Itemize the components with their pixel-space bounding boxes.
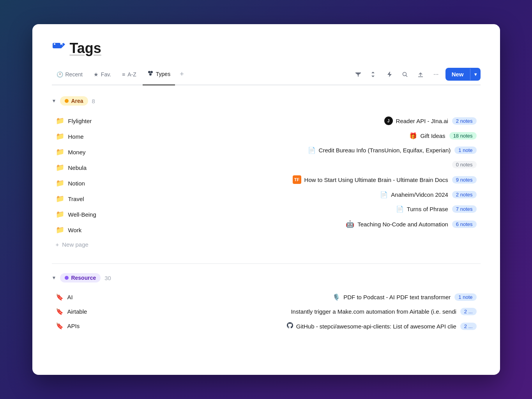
note-count-badge: 2 notes [452, 117, 477, 125]
new-page-button[interactable]: + New page [52, 238, 161, 251]
list-item[interactable]: 📁 Travel [52, 191, 161, 206]
note-count-badge: 2 notes [452, 191, 477, 198]
list-icon: ≡ [122, 71, 125, 78]
resource-right-col: 🎙️ PDF to Podcast - AI PDF text transfor… [161, 290, 481, 333]
resource-content-grid: 🔖 AI 🔖 Airtable 🔖 APIs 🎙️ PDF to [52, 290, 481, 333]
note-count-badge: 2 ... [460, 323, 477, 330]
right-list-item[interactable]: 🎁 Gift Ideas 18 notes [161, 129, 481, 143]
area-badge: Area [60, 96, 88, 106]
area-collapse-chevron[interactable]: ▼ [52, 98, 57, 104]
svg-point-1 [54, 43, 55, 45]
clock-icon: 🕐 [57, 71, 63, 78]
spacer [161, 232, 481, 248]
note-count-badge: 1 note [454, 147, 476, 154]
right-list-item[interactable]: GitHub - stepci/awesome-api-clients: Lis… [161, 319, 481, 333]
toolbar-actions: ··· New ▾ [352, 68, 481, 81]
area-content-grid: 📁 Flylighter 📁 Home 📁 Money 📁 Nebula 📁 [52, 113, 481, 251]
github-icon [287, 322, 293, 330]
list-item-work[interactable]: ⠿ 📁 Work [52, 222, 161, 237]
right-list-item[interactable]: 🤖 Teaching No-Code and Automation 6 note… [161, 217, 481, 231]
plus-icon: + [56, 241, 59, 248]
right-list-item[interactable]: 0 notes [161, 158, 481, 171]
note-count-badge: 2 ... [460, 308, 477, 315]
note-count-badge: 18 notes [449, 132, 477, 139]
svg-line-7 [406, 75, 407, 77]
list-item[interactable]: 📁 Flylighter [52, 113, 161, 128]
add-tab-button[interactable]: + [177, 69, 187, 80]
note-count-badge: 6 notes [452, 221, 477, 228]
list-item[interactable]: 🔖 Airtable [52, 305, 161, 318]
tf-icon: TF [293, 175, 301, 184]
document-icon: 📄 [308, 147, 316, 154]
section-divider [52, 263, 481, 264]
right-list-item[interactable]: Instantly trigger a Make.com automation … [161, 305, 481, 318]
right-list-item[interactable]: 📄 Credit Bureau Info (TransUnion, Equifa… [161, 143, 481, 157]
star-icon: ★ [94, 71, 99, 78]
list-item[interactable]: 🔖 APIs [52, 319, 161, 333]
folder-icon: 📁 [56, 194, 64, 203]
sort-button[interactable] [368, 68, 380, 81]
right-list-item[interactable]: TF How to Start Using Ultimate Brain - U… [161, 172, 481, 187]
area-dot [65, 99, 69, 103]
resource-collapse-chevron[interactable]: ▼ [52, 275, 57, 281]
search-button[interactable] [399, 68, 411, 81]
note-count-badge: 7 notes [452, 205, 477, 213]
share-button[interactable] [414, 68, 427, 81]
list-item[interactable]: 📁 Well-Being [52, 207, 161, 222]
svg-rect-0 [53, 43, 60, 48]
list-item[interactable]: 📁 Notion [52, 176, 161, 191]
folder-icon: 📁 [56, 163, 64, 172]
filter-button[interactable] [352, 68, 364, 81]
section-resource-header: ▼ Resource 30 [52, 272, 481, 284]
svg-point-6 [403, 72, 406, 76]
jina-icon: J [384, 117, 393, 125]
right-list-item[interactable]: 📄 Turns of Phrase 7 notes [161, 202, 481, 216]
robot-icon: 🤖 [346, 220, 354, 228]
main-window: Tags 🕐 Recent ★ Fav. ≡ A-Z Types + [32, 24, 500, 375]
right-list-item[interactable]: J Reader API - JIna.ai 2 notes [161, 113, 481, 128]
flash-button[interactable] [383, 68, 396, 81]
section-area: ▼ Area 8 📁 Flylighter 📁 Home 📁 Money [52, 95, 481, 251]
new-button[interactable]: New ▾ [445, 68, 481, 81]
document-icon: 📄 [380, 191, 388, 198]
area-right-col: J Reader API - JIna.ai 2 notes 🎁 Gift Id… [161, 113, 481, 251]
bookmark-icon: 🔖 [56, 293, 64, 301]
tab-types[interactable]: Types [143, 68, 175, 85]
page-title: Tags [70, 40, 101, 56]
podcast-icon: 🎙️ [332, 293, 340, 301]
resource-dot [65, 276, 69, 280]
gift-icon: 🎁 [409, 132, 417, 139]
list-item[interactable]: 📁 Money [52, 145, 161, 159]
tab-recent[interactable]: 🕐 Recent [52, 69, 87, 80]
right-list-item[interactable]: 🎙️ PDF to Podcast - AI PDF text transfor… [161, 290, 481, 304]
right-list-item[interactable]: 📄 Anaheim/Vidcon 2024 2 notes [161, 188, 481, 201]
folder-icon: 📁 [56, 148, 64, 156]
tab-az[interactable]: ≡ A-Z [117, 69, 141, 80]
list-item[interactable]: 📁 Nebula [52, 160, 161, 175]
more-button[interactable]: ··· [430, 68, 442, 81]
document-icon: 📄 [396, 205, 404, 213]
page-title-icon [52, 40, 66, 57]
note-count-badge: 1 note [454, 293, 476, 301]
folder-icon: 📁 [56, 117, 64, 125]
bookmark-icon: 🔖 [56, 308, 64, 315]
list-item[interactable]: 🔖 AI [52, 290, 161, 304]
svg-point-4 [150, 71, 153, 73]
svg-point-5 [149, 73, 152, 76]
toolbar: 🕐 Recent ★ Fav. ≡ A-Z Types + [52, 68, 481, 85]
svg-point-3 [148, 71, 150, 73]
resource-left-col: 🔖 AI 🔖 Airtable 🔖 APIs [52, 290, 161, 333]
types-icon [147, 70, 154, 78]
folder-icon: 📁 [56, 132, 64, 141]
folder-icon: 📁 [56, 179, 64, 187]
section-area-header: ▼ Area 8 [52, 95, 481, 107]
tab-fav[interactable]: ★ Fav. [89, 69, 116, 80]
note-count-badge: 9 notes [452, 176, 477, 184]
note-count-badge: 0 notes [452, 161, 477, 168]
area-left-col: 📁 Flylighter 📁 Home 📁 Money 📁 Nebula 📁 [52, 113, 161, 251]
section-resource: ▼ Resource 30 🔖 AI 🔖 Airtable 🔖 APIs [52, 272, 481, 333]
list-item[interactable]: 📁 Home [52, 129, 161, 144]
new-btn-chevron-icon: ▾ [470, 69, 481, 80]
bookmark-icon: 🔖 [56, 322, 64, 330]
resource-badge: Resource [60, 273, 101, 282]
